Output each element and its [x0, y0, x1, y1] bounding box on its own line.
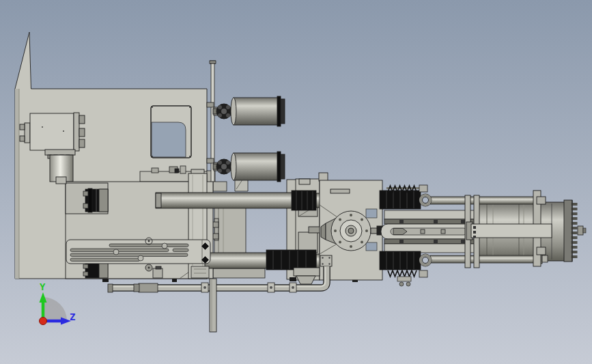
guide-rod-top[interactable]	[430, 197, 534, 204]
axis-origin-dot	[40, 318, 47, 325]
bellows-bottom[interactable]	[380, 251, 421, 270]
tank-valve-handwheel-icon[interactable]	[216, 159, 231, 174]
panel-window[interactable]	[151, 106, 191, 158]
slotted-plate[interactable]	[66, 240, 210, 264]
piston-ram[interactable]	[466, 222, 552, 240]
axis-y-label: Y	[40, 281, 46, 292]
axis-z-label: Z	[70, 311, 75, 322]
tank-valve-handwheel-icon[interactable]	[216, 104, 231, 119]
servo-motor-top[interactable]	[83, 188, 108, 212]
tie-bar-cover-top[interactable]	[292, 191, 316, 210]
bellows-top[interactable]	[380, 191, 421, 209]
tie-bar-cover-bottom[interactable]	[266, 250, 316, 270]
lower-support-bar[interactable]	[210, 279, 216, 332]
guide-rod-bottom[interactable]	[430, 255, 548, 264]
servo-motor-bottom[interactable]	[83, 262, 108, 278]
cad-viewport: Y Z	[0, 0, 592, 364]
